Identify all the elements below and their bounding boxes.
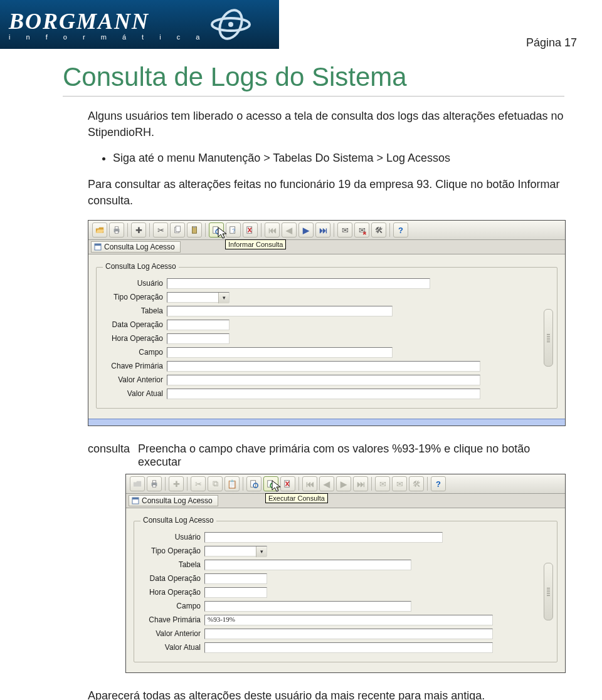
nav-prev-icon[interactable]: ◀ — [282, 222, 297, 238]
label-campo: Campo — [103, 348, 167, 357]
mail-delete-icon[interactable]: ✉ — [392, 476, 407, 491]
app-screenshot-2: ✚ ✂ ⧉ 📋 ⏮ ◀ ▶ ⏭ ✉ ✉ 🛠 ? Executar Consult… — [125, 474, 566, 673]
form-group: Consulta Log Acesso Usuário Tipo Operaçã… — [134, 521, 557, 662]
label-chave: Chave Primária — [140, 615, 204, 624]
open-icon[interactable] — [92, 222, 107, 238]
mail-icon[interactable]: ✉ — [337, 222, 352, 238]
open-icon[interactable] — [130, 476, 145, 491]
paste-icon[interactable] — [187, 222, 202, 238]
input-valatu[interactable] — [204, 642, 493, 653]
input-data[interactable] — [204, 573, 267, 584]
label-valatu: Valor Atual — [103, 389, 167, 398]
app-screenshot-1: ✚ ✂ ? ⏮ ◀ ▶ ⏭ ✉ ✉✖ 🛠 ? Informar Consulta — [88, 220, 566, 426]
copy-icon[interactable] — [170, 222, 185, 238]
svg-rect-4 — [115, 227, 118, 229]
nav-last-icon[interactable]: ⏭ — [353, 476, 368, 491]
brand-orbit-icon — [209, 9, 253, 40]
input-chave[interactable] — [167, 361, 480, 372]
svg-point-2 — [228, 22, 233, 27]
chevron-down-icon: ▾ — [256, 546, 267, 557]
label-valatu: Valor Atual — [140, 643, 204, 652]
label-data: Data Operação — [140, 574, 204, 583]
input-valant[interactable] — [167, 375, 480, 385]
label-campo: Campo — [140, 602, 204, 610]
page-title: Consulta de Logs do Sistema — [63, 62, 564, 97]
paste-icon[interactable]: 📋 — [224, 476, 240, 491]
nav-prev-icon[interactable]: ◀ — [319, 476, 334, 491]
toolbar: ✚ ✂ ? ⏮ ◀ ▶ ⏭ ✉ ✉✖ 🛠 ? Informar Consulta — [88, 221, 565, 240]
nav-first-icon[interactable]: ⏮ — [302, 476, 317, 491]
mail-icon[interactable]: ✉ — [375, 476, 390, 491]
label-hora: Hora Operação — [103, 334, 167, 343]
input-tabela[interactable] — [167, 306, 393, 316]
footer-paragraph: Aparecerá todas as alterações deste usuá… — [88, 689, 564, 700]
label-tabela: Tabela — [140, 560, 204, 569]
cut-icon[interactable]: ✂ — [153, 222, 168, 238]
input-hora[interactable] — [167, 333, 230, 344]
svg-rect-9 — [193, 226, 196, 228]
label-tabela: Tabela — [103, 306, 167, 315]
scroll-handle[interactable] — [544, 563, 553, 620]
intro-paragraph: Alguns usuários tem liberado o acesso a … — [88, 108, 564, 140]
window-tab[interactable]: Consulta Log Acesso — [129, 495, 218, 506]
mail-delete-icon[interactable]: ✉✖ — [354, 222, 369, 238]
consulta-label: consulta — [88, 442, 138, 456]
input-campo[interactable] — [167, 347, 393, 358]
copy-icon[interactable]: ⧉ — [208, 476, 223, 491]
cut-icon[interactable]: ✂ — [191, 476, 206, 491]
chevron-down-icon: ▾ — [218, 293, 229, 303]
svg-rect-21 — [152, 481, 156, 483]
instruction-paragraph-1: Para consultar as alterações feitas no f… — [88, 176, 564, 209]
new-icon[interactable]: ✚ — [131, 222, 146, 238]
tooltip-executar: Executar Consulta — [265, 493, 328, 503]
input-valatu[interactable] — [167, 389, 480, 399]
brand-subtitle: i n f o r m á t i c a — [9, 33, 206, 41]
group-legend: Consulta Log Acesso — [103, 262, 179, 271]
help-icon[interactable]: ? — [431, 476, 446, 491]
help-icon[interactable]: ? — [393, 222, 408, 238]
window-title: Consulta Log Acesso — [142, 496, 213, 505]
input-chave[interactable]: %93-19% — [204, 615, 493, 625]
input-usuario[interactable] — [204, 532, 443, 543]
input-tabela[interactable] — [204, 560, 411, 570]
tool-icon[interactable]: 🛠 — [409, 476, 424, 491]
cursor-icon — [218, 227, 229, 241]
cursor-icon — [272, 480, 283, 494]
window-icon — [94, 243, 102, 251]
svg-rect-22 — [152, 485, 156, 488]
print-icon[interactable] — [109, 222, 124, 238]
label-valant: Valor Anterior — [140, 629, 204, 638]
brand-name: BORGMANN — [9, 8, 206, 34]
toolbar-2: ✚ ✂ ⧉ 📋 ⏮ ◀ ▶ ⏭ ✉ ✉ 🛠 ? Executar Consult… — [126, 474, 565, 494]
svg-rect-32 — [132, 498, 139, 499]
nav-next-icon[interactable]: ▶ — [336, 476, 351, 491]
bottom-strip — [88, 419, 565, 426]
svg-rect-7 — [176, 226, 180, 232]
nav-last-icon[interactable]: ⏭ — [315, 222, 330, 238]
label-chave: Chave Primária — [103, 362, 167, 370]
tool-icon[interactable]: 🛠 — [371, 222, 386, 238]
input-hora[interactable] — [204, 587, 267, 598]
window-tab[interactable]: Consulta Log Acesso — [91, 241, 181, 253]
window-icon — [132, 497, 139, 504]
input-usuario[interactable] — [167, 278, 430, 289]
tooltip-informar: Informar Consulta — [225, 239, 286, 249]
print-icon[interactable] — [147, 476, 162, 491]
combo-tipo[interactable]: ▾ — [204, 546, 267, 556]
query-inform-icon[interactable] — [246, 476, 261, 491]
input-data[interactable] — [167, 320, 230, 330]
query-clear-icon[interactable] — [243, 222, 258, 238]
scroll-handle[interactable] — [544, 309, 553, 367]
label-data: Data Operação — [103, 320, 167, 329]
input-valant[interactable] — [204, 629, 493, 639]
nav-first-icon[interactable]: ⏮ — [265, 222, 280, 238]
input-campo[interactable] — [204, 601, 411, 612]
label-usuario: Usuário — [103, 279, 167, 288]
nav-next-icon[interactable]: ▶ — [298, 222, 314, 238]
svg-rect-19 — [95, 244, 101, 246]
label-tipo: Tipo Operação — [140, 546, 204, 555]
combo-tipo[interactable]: ▾ — [167, 292, 230, 303]
label-valant: Valor Anterior — [103, 375, 167, 384]
step-bullet: Siga até o menu Manutenção > Tabelas Do … — [113, 152, 577, 165]
new-icon[interactable]: ✚ — [169, 476, 184, 491]
